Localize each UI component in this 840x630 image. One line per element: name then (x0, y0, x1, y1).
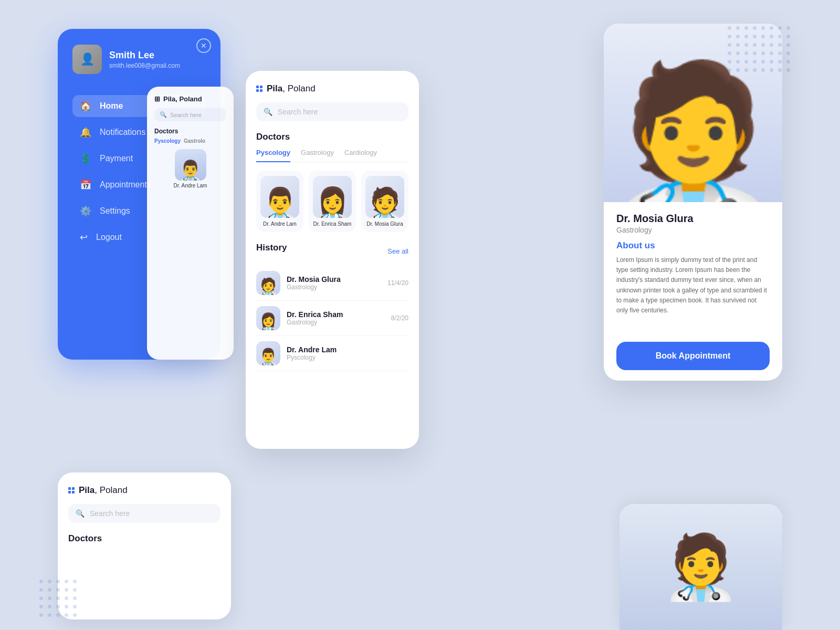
history-info-2: Dr. Enrica Sham Gastrology (287, 310, 385, 326)
main-panel: Pila, Poland 🔍 Search here Doctors Pysco… (246, 71, 419, 449)
tab-gastrology[interactable]: Gastrology (301, 149, 334, 160)
tab-pyscology[interactable]: Pyscology (256, 149, 290, 162)
history-avatar-1: 🧑‍⚕️ (256, 271, 280, 295)
search-bar-behind[interactable]: 🔍 Search here (154, 108, 226, 121)
doctors-section-behind: Doctors (154, 128, 226, 135)
location-label-bottom: Pila, Poland (79, 485, 128, 496)
search-icon-behind: 🔍 (160, 111, 167, 118)
payment-icon: 💲 (80, 153, 91, 164)
home-icon: 🏠 (80, 100, 91, 112)
history-item-1[interactable]: 🧑‍⚕️ Dr. Mosia Glura Gastrology 11/4/20 (256, 266, 408, 301)
doctor-detail-panel: 🧑‍⚕️ Dr. Mosia Glura Gastrology About us… (604, 24, 782, 381)
history-date-2: 8/2/20 (391, 314, 408, 322)
gear-icon: ⚙️ (80, 205, 91, 217)
location-label: Pila, Poland (267, 83, 316, 94)
detail-doctor-figure: 🧑‍⚕️ (604, 66, 782, 202)
history-avatar-2: 👩‍⚕️ (256, 306, 280, 330)
doctor-avatar-2: 👩‍⚕️ (313, 176, 352, 218)
doctor-avatar-behind-1: 👨‍⚕️ (175, 149, 206, 181)
user-email: smith.lee008@gmail.com (109, 62, 180, 69)
history-date-1: 11/4/20 (387, 279, 408, 287)
doctors-section-title: Doctors (256, 132, 408, 142)
grid-icon (256, 86, 262, 92)
tabs-behind: Pyscology Gastrolo (154, 138, 226, 144)
location-row-behind: ⊞ Pila, Poland (154, 95, 226, 103)
history-item-3[interactable]: 👨‍⚕️ Dr. Andre Lam Pyscology (256, 336, 408, 371)
history-info-3: Dr. Andre Lam Pyscology (287, 345, 402, 361)
search-bar[interactable]: 🔍 Search here (256, 102, 408, 121)
doctor-avatar-1: 👨‍⚕️ (260, 176, 299, 218)
grid-icon-behind: ⊞ (154, 95, 160, 103)
doctor-card-3[interactable]: 🧑‍⚕️ Dr. Mosia Glura (361, 171, 408, 232)
search-placeholder: Search here (278, 108, 318, 116)
search-icon: 🔍 (264, 108, 272, 116)
tab-cardiology[interactable]: Cardiology (344, 149, 377, 160)
history-specialty-1: Gastrology (287, 284, 381, 291)
detail-doctor-name: Dr. Mosia Glura (616, 213, 770, 225)
calendar-icon: 📅 (80, 179, 91, 191)
doctor-name-1: Dr. Andre Lam (263, 221, 297, 227)
history-doctor-name-2: Dr. Enrica Sham (287, 310, 385, 319)
history-doctor-name-3: Dr. Andre Lam (287, 345, 402, 354)
history-specialty-2: Gastrology (287, 319, 385, 326)
history-specialty-3: Pyscology (287, 354, 402, 361)
collapsed-panel: ⊞ Pila, Poland 🔍 Search here Doctors Pys… (147, 87, 234, 360)
detail-specialty: Gastrology (616, 226, 770, 234)
user-name: Smith Lee (109, 50, 180, 61)
doctor-card-2[interactable]: 👩‍⚕️ Dr. Enrica Sham (309, 171, 356, 232)
doctors-title-bottom: Doctors (68, 533, 220, 544)
history-section-title: History (256, 243, 287, 253)
detail-body: Dr. Mosia Glura Gastrology About us Lore… (604, 202, 782, 381)
doctor-avatar-3: 🧑‍⚕️ (365, 176, 404, 218)
dot-decoration-bl (39, 580, 77, 617)
detail-about-text: Lorem Ipsum is simply dummy text of the … (616, 255, 770, 333)
location-row-bottom: Pila, Poland (68, 485, 220, 496)
doctor-card-1[interactable]: 👨‍⚕️ Dr. Andre Lam (256, 171, 303, 232)
bell-icon: 🔔 (80, 127, 91, 138)
see-all-button[interactable]: See all (387, 247, 408, 255)
location-row: Pila, Poland (256, 83, 408, 94)
bottom-right-panel: 🧑‍⚕️ (620, 504, 782, 630)
avatar: 👤 (72, 45, 102, 74)
search-placeholder-bottom: Search here (90, 509, 130, 518)
dot-decoration-tr (728, 26, 790, 72)
book-appointment-button[interactable]: Book Appointment (616, 342, 770, 370)
specialty-tabs: Pyscology Gastrology Cardiology (256, 149, 408, 162)
history-avatar-3: 👨‍⚕️ (256, 341, 280, 365)
doctor-name-3: Dr. Mosia Glura (366, 221, 403, 227)
search-bar-bottom[interactable]: 🔍 Search here (68, 504, 220, 523)
search-icon-bottom: 🔍 (76, 509, 85, 518)
history-info-1: Dr. Mosia Glura Gastrology (287, 275, 381, 291)
sidebar-header: 👤 Smith Lee smith.lee008@gmail.com (72, 45, 206, 74)
doctor-photo-bottom-right: 🧑‍⚕️ (620, 504, 782, 630)
doctor-name-2: Dr. Enrica Sham (313, 221, 352, 227)
history-header: History See all (256, 243, 408, 259)
detail-about-title: About us (616, 240, 770, 251)
grid-icon-bottom (68, 487, 75, 494)
location-text-behind: Pila, Poland (163, 95, 202, 103)
doctors-grid: 👨‍⚕️ Dr. Andre Lam 👩‍⚕️ Dr. Enrica Sham … (256, 171, 408, 232)
logout-icon: ↩ (80, 232, 88, 243)
history-item-2[interactable]: 👩‍⚕️ Dr. Enrica Sham Gastrology 8/2/20 (256, 301, 408, 336)
doctor-figure-bottom-right: 🧑‍⚕️ (662, 530, 740, 604)
bottom-left-panel: Pila, Poland 🔍 Search here Doctors (58, 472, 231, 620)
doctor-card-behind-1: 👨‍⚕️ Dr. Andre Lam (154, 149, 226, 188)
close-icon[interactable]: ✕ (196, 38, 211, 53)
history-doctor-name-1: Dr. Mosia Glura (287, 275, 381, 284)
doctor-name-behind-1: Dr. Andre Lam (174, 183, 207, 188)
